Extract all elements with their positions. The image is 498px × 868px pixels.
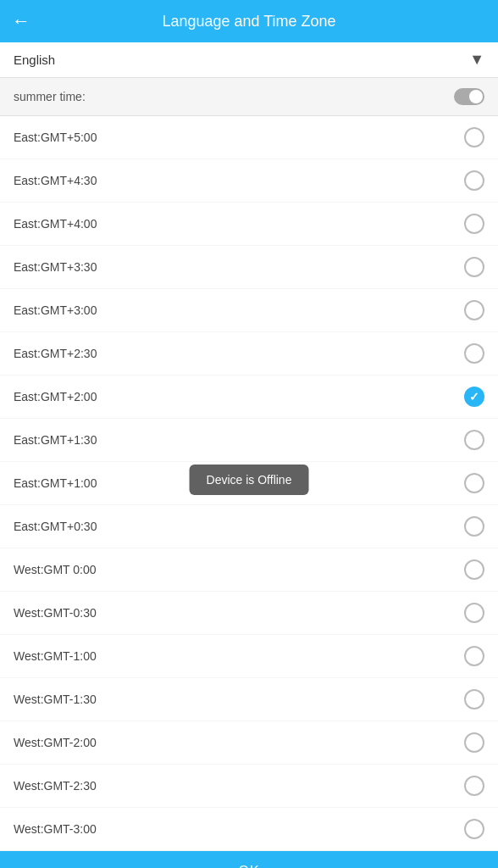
radio-button[interactable] [464,646,484,666]
radio-button[interactable] [464,516,484,537]
radio-button[interactable] [464,430,484,450]
timezone-item[interactable]: West:GMT-2:30 [0,765,498,807]
timezone-label: East:GMT+0:30 [14,520,97,533]
timezone-item[interactable]: East:GMT+4:00 [0,203,498,245]
timezone-list: East:GMT+5:00East:GMT+4:30East:GMT+4:00E… [0,116,498,851]
radio-button[interactable] [464,559,484,580]
timezone-label: East:GMT+5:00 [14,131,97,144]
timezone-item[interactable]: East:GMT+2:00 [0,376,498,418]
timezone-label: West:GMT-2:00 [14,736,97,749]
ok-button[interactable]: OK [0,851,498,868]
summer-time-label: summer time: [14,90,86,103]
summer-time-row: summer time: [0,78,498,116]
timezone-label: West:GMT-0:30 [14,606,97,620]
radio-button[interactable] [464,214,484,234]
timezone-label: West:GMT 0:00 [14,563,97,576]
timezone-label: East:GMT+4:00 [14,217,97,231]
timezone-label: East:GMT+2:30 [14,347,97,360]
timezone-label: East:GMT+4:30 [14,174,97,187]
timezone-item[interactable]: West:GMT 0:00 [0,548,498,591]
timezone-item[interactable]: West:GMT-0:30 [0,592,498,634]
timezone-item[interactable]: East:GMT+4:30 [0,159,498,202]
timezone-item[interactable]: East:GMT+3:30 [0,246,498,288]
radio-button[interactable] [464,387,484,407]
radio-button[interactable] [464,170,484,191]
radio-button[interactable] [464,473,484,493]
timezone-label: West:GMT-2:30 [14,779,97,793]
timezone-label: East:GMT+2:00 [14,390,97,403]
timezone-item[interactable]: East:GMT+1:30 [0,419,498,461]
timezone-item[interactable]: East:GMT+5:00 [0,116,498,159]
timezone-label: East:GMT+1:30 [14,433,97,447]
timezone-label: West:GMT-3:00 [14,822,97,836]
timezone-item[interactable]: West:GMT-1:30 [0,678,498,721]
radio-button[interactable] [464,343,484,364]
radio-button[interactable] [464,732,484,753]
header: ← Language and Time Zone [0,0,498,42]
page-title: Language and Time Zone [162,13,335,31]
chevron-down-icon: ▼ [469,51,484,69]
radio-button[interactable] [464,776,484,796]
ok-button-label: OK [238,864,259,868]
timezone-label: East:GMT+3:30 [14,260,97,274]
language-selector[interactable]: English ▼ [0,42,498,78]
language-value: English [14,53,55,67]
timezone-item[interactable]: East:GMT+0:30 [0,505,498,548]
timezone-item[interactable]: West:GMT-2:00 [0,721,498,764]
radio-button[interactable] [464,257,484,277]
timezone-label: West:GMT-1:30 [14,693,97,706]
timezone-item[interactable]: West:GMT-1:00 [0,635,498,677]
timezone-item[interactable]: East:GMT+1:00 [0,462,498,504]
radio-button[interactable] [464,127,484,147]
timezone-label: West:GMT-1:00 [14,649,97,663]
back-button[interactable]: ← [12,12,30,31]
timezone-item[interactable]: West:GMT-3:00 [0,808,498,850]
radio-button[interactable] [464,603,484,623]
timezone-label: East:GMT+1:00 [14,476,97,490]
timezone-label: East:GMT+3:00 [14,303,97,317]
timezone-item[interactable]: East:GMT+3:00 [0,289,498,331]
content-wrapper: English ▼ summer time: East:GMT+5:00East… [0,42,498,868]
summer-time-toggle[interactable] [454,88,484,105]
radio-button[interactable] [464,689,484,709]
timezone-item[interactable]: East:GMT+2:30 [0,332,498,375]
radio-button[interactable] [464,300,484,320]
radio-button[interactable] [464,819,484,839]
